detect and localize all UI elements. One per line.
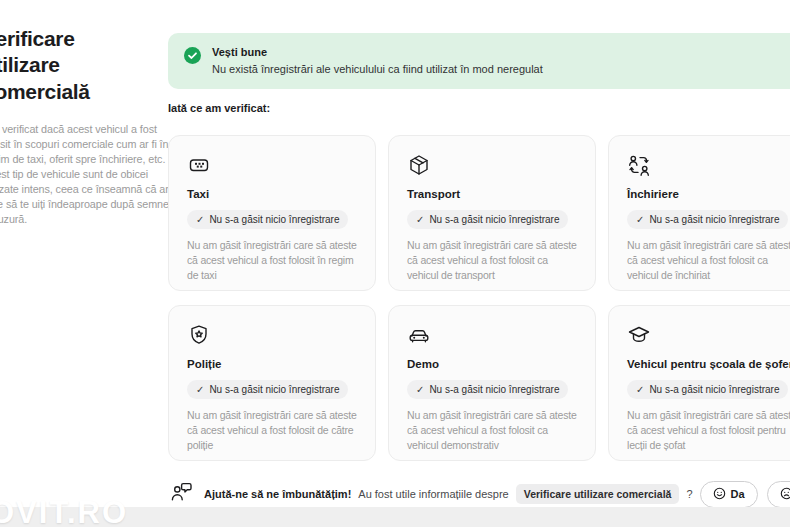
car-icon [407,323,577,347]
card-description: Nu am găsit înregistrări care să ateste … [187,408,357,453]
badge-label: Nu s-a găsit nicio înregistrare [209,384,339,395]
badge-label: Nu s-a găsit nicio înregistrare [649,384,779,395]
banner-message: Nu există înregistrări ale vehiculului c… [212,63,543,75]
card-inchiriere: Închiriere ✓ Nu s-a găsit nicio înregist… [608,135,790,291]
person-chat-icon [170,480,194,508]
check-icon: ✓ [636,214,644,225]
feedback-prompt-bold: Ajută-ne să ne îmbunătățim! [204,488,351,500]
card-description: Nu am găsit înregistrări care să ateste … [407,238,577,283]
feedback-yes-button[interactable]: Da [700,481,758,508]
card-taxi: Taxi ✓ Nu s-a găsit nicio înregistrare N… [168,135,376,291]
card-title: Poliție [187,358,357,370]
main-content: Vești bune Nu există înregistrări ale ve… [168,33,790,508]
card-politie: Poliție ✓ Nu s-a găsit nicio înregistrar… [168,305,376,461]
smiley-happy-icon [713,487,726,502]
card-title: Demo [407,358,577,370]
badge-label: Nu s-a găsit nicio înregistrare [649,214,779,225]
report-sidebar: Verificare utilizare comercială Am verif… [0,26,188,227]
feedback-question-mark: ? [686,488,692,500]
badge-label: Nu s-a găsit nicio înregistrare [209,214,339,225]
card-description: Nu am găsit înregistrări care să ateste … [187,238,357,283]
smiley-sad-icon [780,487,790,502]
check-icon: ✓ [416,384,424,395]
section-title: Iată ce am verificat: [168,102,790,114]
card-description: Nu am găsit înregistrări care să ateste … [407,408,577,453]
badge-label: Nu s-a găsit nicio înregistrare [429,214,559,225]
check-icon: ✓ [636,384,644,395]
feedback-prompt-text: Au fost utile informațiile despre [358,488,508,500]
no-record-badge: ✓ Nu s-a găsit nicio înregistrare [627,210,788,229]
package-icon [407,153,577,177]
check-icon: ✓ [416,214,424,225]
card-title: Taxi [187,188,357,200]
verification-cards-grid: Taxi ✓ Nu s-a găsit nicio înregistrare N… [168,135,790,461]
card-title: Vehicul pentru școala de șoferi [627,358,790,370]
card-scoala-soferi: Vehicul pentru școala de șoferi ✓ Nu s-a… [608,305,790,461]
card-description: Nu am găsit înregistrări care să ateste … [627,408,790,453]
no-record-badge: ✓ Nu s-a găsit nicio înregistrare [407,380,568,399]
graduation-cap-icon [627,323,790,347]
feedback-bar: Ajută-ne să ne îmbunătățim! Au fost util… [168,480,790,508]
no-record-badge: ✓ Nu s-a găsit nicio înregistrare [407,210,568,229]
banner-title: Vești bune [212,46,543,58]
bottom-strip [0,507,790,527]
check-circle-icon [184,47,201,68]
taxi-icon [187,153,357,177]
badge-label: Nu s-a găsit nicio înregistrare [429,384,559,395]
check-icon: ✓ [196,214,204,225]
card-description: Nu am găsit înregistrări care să ateste … [627,238,790,283]
page-description: Am verificat dacă acest vehicul a fost f… [0,122,179,227]
card-demo: Demo ✓ Nu s-a găsit nicio înregistrare N… [388,305,596,461]
yes-label: Da [731,488,745,500]
feedback-topic-badge: Verificare utilizare comercială [516,484,680,504]
police-shield-icon [187,323,357,347]
card-transport: Transport ✓ Nu s-a găsit nicio înregistr… [388,135,596,291]
no-record-badge: ✓ Nu s-a găsit nicio înregistrare [187,210,348,229]
no-record-badge: ✓ Nu s-a găsit nicio înregistrare [187,380,348,399]
no-record-badge: ✓ Nu s-a găsit nicio înregistrare [627,380,788,399]
people-swap-icon [627,153,790,177]
check-icon: ✓ [196,384,204,395]
feedback-no-button[interactable]: Nu [767,481,790,508]
page-title: Verificare utilizare comercială [0,26,143,105]
success-banner: Vești bune Nu există înregistrări ale ve… [168,33,790,89]
card-title: Transport [407,188,577,200]
card-title: Închiriere [627,188,790,200]
